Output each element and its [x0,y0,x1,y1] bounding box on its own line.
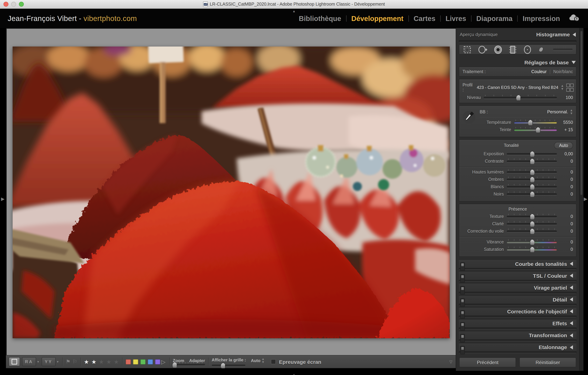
panel-toggle-switch[interactable] [461,262,465,271]
saturation-slider[interactable] [507,249,557,250]
clarity-slider[interactable] [507,223,557,225]
histogram-panel-header[interactable]: Histogramme [536,31,576,37]
panel-toggle-switch[interactable] [461,334,465,343]
panel-calibration[interactable]: Etalonnage [459,343,577,351]
star-icon[interactable]: ★ [99,358,104,365]
right-panel-collapse-icon[interactable]: ▶ [584,196,587,202]
profile-browser-icon[interactable] [566,83,573,91]
right-panel-scrollbar[interactable] [579,28,583,371]
treatment-color-option[interactable]: Couleur [531,69,547,74]
panel-transform[interactable]: Transformation [459,331,577,339]
spot-removal-tool[interactable] [478,45,488,54]
temperature-value[interactable]: 5550 [557,120,573,125]
exposure-slider[interactable] [507,153,557,155]
filmstrip-reveal-icon[interactable]: ▲ [293,373,295,375]
grid-slider[interactable] [212,364,245,366]
module-develop[interactable]: Développement [346,15,409,22]
contrast-value[interactable]: 0 [557,159,573,164]
color-label-purple[interactable] [155,359,160,364]
blacks-value[interactable]: 0 [557,192,573,197]
scrollbar-thumb[interactable] [580,31,583,195]
dehaze-slider[interactable] [507,230,557,232]
star-icon[interactable]: ★ [91,358,97,365]
amount-value[interactable]: 100 [557,95,573,100]
reference-view-caret-icon[interactable]: ▼ [37,360,40,363]
before-after-view-button[interactable]: YY [42,357,56,366]
exposure-value[interactable]: 0,00 [557,152,573,156]
panel-toggle-switch[interactable] [461,310,465,318]
panel-lens-corrections[interactable]: Corrections de l'objectif [459,307,577,315]
reset-button[interactable]: Réinitialiser [520,357,576,367]
toolbar-options-icon[interactable]: ▽ [449,359,452,364]
module-slideshow[interactable]: Diaporama [472,15,517,22]
panel-toggle-switch[interactable] [461,298,465,307]
whites-value[interactable]: 0 [557,184,573,189]
pick-flag-icon[interactable]: ⚑ [66,359,71,365]
panel-toggle-switch[interactable] [461,346,465,354]
left-panel-reveal-icon[interactable]: ▶ [1,196,5,202]
previous-button[interactable]: Précédent [459,357,516,367]
softproof-checkbox[interactable] [271,359,276,364]
color-label-red[interactable] [126,359,131,364]
profile-caret-icon[interactable]: ▲▼ [561,84,564,91]
panel-hsl-color[interactable]: TSL / Couleur [459,271,577,280]
star-icon[interactable]: ★ [84,358,89,365]
shadows-slider[interactable] [507,179,557,180]
color-label-blue[interactable] [148,359,153,364]
texture-slider[interactable] [507,216,557,217]
color-label-yellow[interactable] [133,359,138,364]
basic-panel-header[interactable]: Réglages de base [456,57,579,67]
color-label-green[interactable] [140,359,146,364]
contrast-slider[interactable] [507,160,557,162]
shadows-value[interactable]: 0 [557,177,573,182]
star-rating[interactable]: ★★★★★ [84,358,119,365]
highlights-value[interactable]: 0 [557,170,573,174]
module-print[interactable]: Impression [518,15,565,22]
loupe-view-button[interactable] [9,357,20,366]
wb-caret-icon[interactable]: ▲▼ [570,109,573,115]
reference-view-button[interactable]: RA [22,357,36,366]
top-panel-reveal-icon[interactable]: ▲ [293,10,295,13]
identity-site-link[interactable]: vibertphoto.com [84,14,137,22]
dehaze-value[interactable]: 0 [557,229,573,234]
reject-flag-icon[interactable]: ⚐ [73,359,77,365]
temperature-slider[interactable] [514,122,557,123]
crop-overlay-tool[interactable] [463,45,472,54]
highlights-slider[interactable] [507,171,557,173]
impromptu-slideshow-button[interactable]: ▷ [161,358,166,365]
panel-detail[interactable]: Détail [459,295,577,304]
grid-mode-caret-icon[interactable]: ▲▼ [262,357,265,364]
zoom-slider[interactable] [173,364,205,365]
panel-tone-curve[interactable]: Courbe des tonalités [459,259,577,268]
module-book[interactable]: Livres [441,15,471,22]
graduated-filter-tool[interactable] [509,45,517,54]
exposure-slider-thumb[interactable] [530,151,535,157]
amount-slider[interactable] [484,97,557,99]
wb-value[interactable]: Personnal. [547,110,568,114]
red-eye-tool[interactable] [494,45,503,54]
wb-eyedropper-icon[interactable] [462,110,476,126]
grid-mode-value[interactable]: Auto [251,358,261,363]
auto-tone-button[interactable]: Auto [554,142,573,149]
module-map[interactable]: Cartes [409,15,440,22]
vibrance-value[interactable]: 0 [557,240,573,244]
radial-filter-tool[interactable] [523,45,532,54]
texture-value[interactable]: 0 [557,214,573,219]
module-library[interactable]: Bibliothèque [294,15,346,22]
panel-toggle-switch[interactable] [461,322,465,330]
whites-slider[interactable] [507,186,557,188]
star-icon[interactable]: ★ [106,358,112,365]
vibrance-slider[interactable] [507,241,557,243]
adjustment-brush-tool[interactable] [538,45,547,54]
profile-value[interactable]: 423 - Canon EOS 5D Any - Strong Red B24 [477,85,558,90]
photo[interactable] [13,47,450,338]
panel-toggle-switch[interactable] [461,286,465,295]
panel-split-toning[interactable]: Virage partiel [459,283,577,292]
star-icon[interactable]: ★ [114,358,119,365]
tint-value[interactable]: + 15 [557,127,573,132]
saturation-value[interactable]: 0 [557,247,573,252]
before-after-caret-icon[interactable]: ▼ [56,360,59,363]
clarity-value[interactable]: 0 [557,222,573,226]
panel-effects[interactable]: Effets [459,319,577,327]
panel-toggle-switch[interactable] [461,274,465,283]
